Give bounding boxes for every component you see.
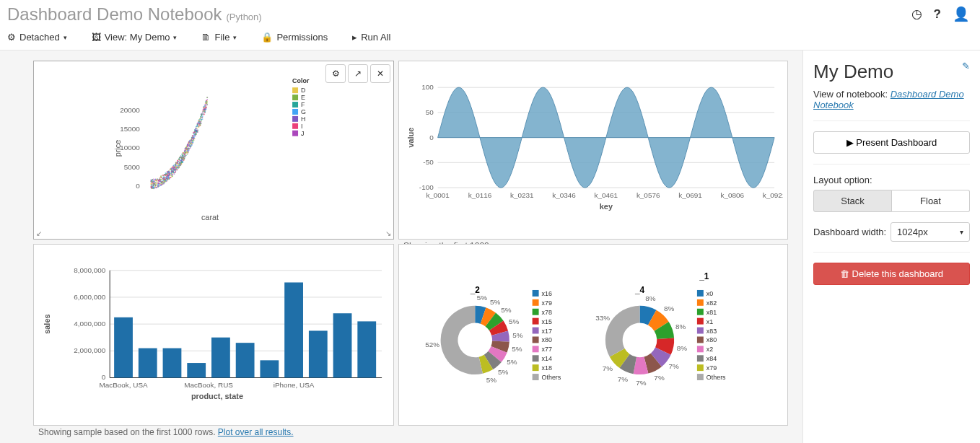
svg-text:H: H — [301, 115, 305, 123]
svg-point-780 — [193, 136, 194, 138]
svg-point-557 — [175, 172, 176, 173]
svg-point-785 — [170, 169, 171, 170]
svg-point-722 — [165, 181, 166, 183]
svg-point-763 — [178, 165, 180, 167]
settings-button[interactable]: ⚙ — [325, 64, 346, 83]
clock-icon[interactable]: ◷ — [911, 6, 922, 22]
svg-point-803 — [192, 135, 193, 136]
svg-point-886 — [187, 144, 188, 145]
file-icon: 🗎 — [201, 32, 211, 43]
svg-point-656 — [206, 107, 207, 108]
svg-point-875 — [174, 165, 175, 167]
delete-button[interactable]: 🗑 Delete this dashboard — [813, 263, 970, 285]
svg-point-623 — [187, 152, 188, 154]
svg-point-587 — [197, 123, 198, 124]
svg-text:k_0346: k_0346 — [552, 191, 576, 199]
layout-float[interactable]: Float — [892, 190, 970, 212]
svg-point-873 — [193, 138, 195, 139]
svg-point-868 — [171, 176, 172, 177]
resize-handle-bl[interactable]: ↙ — [36, 229, 42, 237]
file-label: File — [214, 32, 229, 43]
svg-text:x2: x2 — [706, 346, 713, 353]
permissions-button[interactable]: 🔒 Permissions — [261, 32, 328, 43]
svg-rect-1015 — [697, 299, 704, 306]
svg-text:5%: 5% — [512, 331, 523, 339]
svg-point-903 — [201, 117, 202, 118]
svg-text:x1: x1 — [706, 318, 713, 325]
pencil-icon[interactable]: ✎ — [962, 61, 970, 71]
view-menu[interactable]: 🖼 View: My Demo ▾ — [92, 32, 178, 43]
close-button[interactable]: ✕ — [370, 64, 390, 83]
svg-point-905 — [205, 101, 206, 102]
svg-point-850 — [168, 172, 170, 174]
svg-text:k_0576: k_0576 — [636, 191, 660, 199]
svg-rect-914 — [292, 109, 298, 115]
svg-point-891 — [165, 173, 167, 175]
svg-point-876 — [180, 157, 182, 158]
svg-point-801 — [153, 181, 154, 183]
popout-button[interactable]: ↗ — [348, 64, 368, 83]
svg-rect-956 — [139, 348, 157, 378]
svg-point-892 — [199, 122, 201, 123]
detached-menu[interactable]: ⚙ Detached ▾ — [7, 32, 67, 43]
permissions-label: Permissions — [276, 32, 328, 43]
sidebar: My Demo ✎ View of notebook: Dashboard De… — [802, 51, 980, 443]
svg-rect-957 — [163, 348, 182, 378]
layout-toggle[interactable]: Stack Float — [813, 190, 970, 212]
svg-text:7%: 7% — [603, 364, 613, 372]
svg-text:5000: 5000 — [124, 163, 141, 171]
svg-text:MacBook, USA: MacBook, USA — [99, 381, 148, 389]
svg-point-731 — [190, 145, 191, 146]
resize-handle-br[interactable]: ↘ — [385, 229, 391, 237]
svg-text:MacBook, RUS: MacBook, RUS — [184, 381, 233, 389]
width-value: 1024px — [897, 227, 928, 237]
dashboard-cell-donuts[interactable]: 5%5%5%5%5%5%5%5%5%52%_28%8%8%8%7%7%7%7%7… — [398, 244, 788, 426]
svg-text:5%: 5% — [512, 345, 522, 353]
file-menu[interactable]: 🗎 File ▾ — [201, 32, 237, 43]
detached-label: Detached — [19, 32, 60, 43]
svg-point-818 — [195, 135, 196, 136]
chevron-down-icon: ▾ — [64, 34, 67, 41]
svg-point-738 — [157, 186, 159, 188]
svg-point-789 — [177, 161, 178, 162]
svg-point-536 — [174, 173, 175, 175]
user-icon[interactable]: 👤 — [953, 6, 970, 22]
svg-text:x79: x79 — [542, 299, 552, 307]
dashboard-cell-scatter[interactable]: ⚙ ↗ ✕ pricecarat05000100001500020000Colo… — [33, 61, 394, 240]
svg-point-777 — [198, 125, 200, 126]
svg-point-653 — [204, 105, 206, 107]
svg-text:7%: 7% — [668, 362, 679, 370]
svg-point-426 — [206, 99, 208, 100]
svg-point-743 — [184, 156, 185, 157]
run-all-button[interactable]: ▸ Run All — [352, 32, 390, 43]
dashboard-cell-sine[interactable]: -100-50050100k_0001k_0116k_0231k_0346k_0… — [398, 61, 788, 240]
svg-text:x79: x79 — [706, 364, 717, 372]
svg-rect-920 — [292, 131, 298, 136]
svg-text:0: 0 — [102, 373, 106, 381]
svg-rect-993 — [533, 290, 539, 297]
svg-text:x78: x78 — [542, 309, 552, 316]
svg-text:x80: x80 — [542, 336, 552, 343]
view-label: View: My Demo — [105, 32, 170, 43]
svg-rect-965 — [357, 321, 376, 377]
layout-stack[interactable]: Stack — [813, 190, 892, 212]
svg-point-395 — [183, 161, 184, 162]
present-button[interactable]: ▶ Present Dashboard — [813, 131, 970, 154]
dashboard-cell-bar[interactable]: 02,000,0004,000,0006,000,0008,000,000Mac… — [33, 244, 394, 426]
svg-text:8%: 8% — [664, 304, 675, 312]
svg-rect-959 — [211, 338, 230, 378]
help-icon[interactable]: ? — [934, 7, 941, 22]
svg-text:product, state: product, state — [191, 392, 243, 400]
svg-point-827 — [183, 158, 185, 159]
svg-rect-1021 — [697, 328, 704, 334]
svg-rect-1019 — [697, 318, 704, 325]
svg-rect-1001 — [533, 328, 539, 334]
plot-all-link[interactable]: Plot over all results. — [218, 427, 294, 437]
svg-text:k_0231: k_0231 — [510, 191, 534, 199]
notebook-title: Dashboard Demo Notebook — [7, 4, 222, 25]
svg-point-359 — [170, 173, 172, 175]
svg-point-863 — [165, 177, 167, 179]
svg-point-778 — [160, 176, 162, 177]
svg-text:_1: _1 — [699, 271, 709, 281]
width-select[interactable]: 1024px ▾ — [891, 222, 970, 242]
